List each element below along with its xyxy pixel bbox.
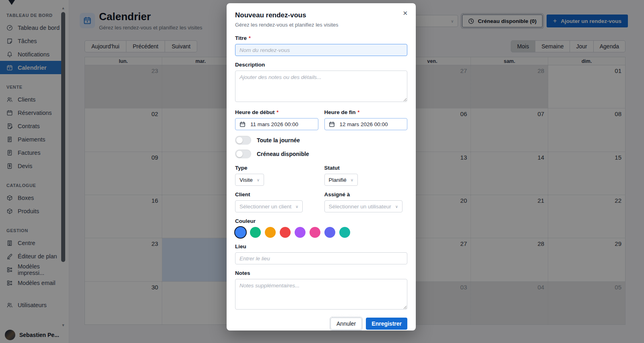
color-swatch-10b981[interactable] bbox=[250, 227, 261, 238]
color-swatch-3b82f6[interactable] bbox=[235, 227, 246, 238]
chevron-down-icon: ∨ bbox=[395, 204, 398, 209]
all-day-label: Toute la journée bbox=[257, 137, 300, 143]
required-asterisk: * bbox=[277, 110, 279, 115]
description-label: Description bbox=[235, 62, 407, 68]
assignee-dropdown[interactable]: Sélectionner un utilisateur ∨ bbox=[324, 200, 403, 212]
modal-title: Nouveau rendez-vous bbox=[235, 11, 407, 19]
new-appointment-modal: ✕ Nouveau rendez-vous Gérez les rendez-v… bbox=[227, 3, 416, 331]
start-time-picker[interactable]: 11 mars 2026 00:00 bbox=[235, 118, 318, 130]
required-asterisk: * bbox=[249, 35, 251, 41]
available-slot-label: Créneau disponible bbox=[257, 151, 309, 157]
location-label: Lieu bbox=[235, 243, 407, 249]
chevron-down-icon: ∨ bbox=[351, 178, 353, 182]
color-swatch-a855f7[interactable] bbox=[295, 227, 305, 238]
end-time-value: 12 mars 2026 00:00 bbox=[340, 121, 388, 127]
type-dropdown[interactable]: Visite ∨ bbox=[235, 174, 264, 186]
toggle-knob bbox=[236, 151, 243, 157]
toggle-knob bbox=[236, 137, 243, 143]
calendar-icon bbox=[329, 121, 335, 127]
start-time-label: Heure de début bbox=[235, 109, 275, 115]
start-time-value: 11 mars 2026 00:00 bbox=[250, 121, 298, 127]
title-input[interactable] bbox=[235, 44, 407, 56]
color-swatches bbox=[235, 227, 407, 238]
title-label: Titre bbox=[235, 35, 247, 41]
end-time-picker[interactable]: 12 mars 2026 00:00 bbox=[324, 118, 408, 130]
status-dropdown[interactable]: Planifié ∨ bbox=[324, 174, 358, 186]
notes-label: Notes bbox=[235, 270, 407, 276]
color-swatch-ef4444[interactable] bbox=[280, 227, 291, 238]
type-label: Type bbox=[235, 165, 318, 171]
available-slot-toggle[interactable] bbox=[235, 150, 251, 158]
client-label: Client bbox=[235, 191, 318, 197]
color-swatch-f59e0b[interactable] bbox=[265, 227, 276, 238]
chevron-down-icon: ∨ bbox=[257, 178, 260, 182]
app-root: TABLEAU DE BORDTableau de bordTâchesNoti… bbox=[0, 0, 644, 343]
cancel-button[interactable]: Annuler bbox=[330, 318, 362, 330]
color-swatch-ec4899[interactable] bbox=[310, 227, 320, 238]
modal-subtitle: Gérez les rendez-vous et planifiez les v… bbox=[235, 22, 407, 28]
end-time-label: Heure de fin bbox=[324, 109, 356, 115]
notes-textarea[interactable] bbox=[235, 279, 407, 310]
close-icon[interactable]: ✕ bbox=[402, 10, 408, 17]
appointment-form: Titre* Description Heure de début* 11 ma… bbox=[235, 35, 407, 330]
color-swatch-14b8a6[interactable] bbox=[339, 227, 350, 238]
assignee-label: Assigné à bbox=[324, 191, 408, 197]
client-dropdown[interactable]: Sélectionner un client ∨ bbox=[235, 200, 303, 212]
chevron-down-icon: ∨ bbox=[295, 204, 298, 209]
save-button[interactable]: Enregistrer bbox=[366, 318, 407, 330]
calendar-icon bbox=[239, 121, 246, 127]
status-label: Statut bbox=[324, 165, 408, 171]
color-label: Couleur bbox=[235, 218, 407, 224]
description-textarea[interactable] bbox=[235, 71, 407, 102]
location-input[interactable] bbox=[235, 252, 407, 264]
all-day-toggle[interactable] bbox=[235, 136, 251, 145]
color-swatch-6366f1[interactable] bbox=[324, 227, 335, 238]
required-asterisk: * bbox=[358, 110, 360, 115]
